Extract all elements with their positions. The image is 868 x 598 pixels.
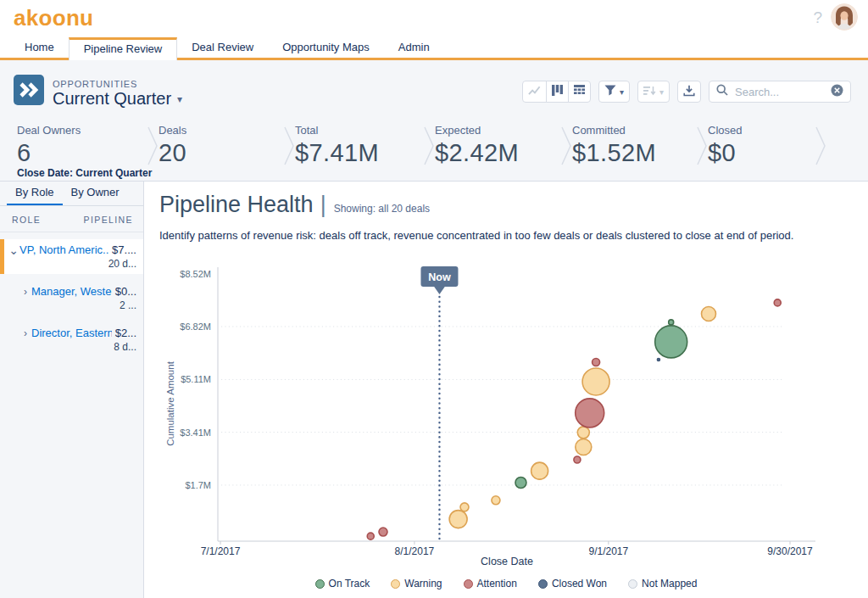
sidebar-item-subtext: 8 d... — [0, 341, 136, 353]
deal-bubble[interactable] — [449, 511, 467, 528]
legend-item-not-mapped: Not Mapped — [628, 578, 697, 590]
table-icon — [574, 85, 585, 98]
legend-dot — [464, 579, 473, 589]
stat-label: Committed — [572, 124, 696, 137]
sidebar-items: ⌄VP, North Americ...$7....20 d...›Manage… — [0, 232, 143, 357]
sidebar-item-vp-north-americ[interactable]: ⌄VP, North Americ...$7....20 d... — [0, 239, 143, 274]
sidebar-item-label[interactable]: VP, North Americ... — [19, 243, 108, 256]
entity-label: OPPORTUNITIES — [53, 79, 137, 89]
sidebar-item-label[interactable]: Director, Eastern... — [31, 327, 112, 339]
column-chart-icon — [552, 85, 563, 98]
chevron-down-icon[interactable]: ⌄ — [8, 247, 19, 254]
chart-title-text: Pipeline Health — [159, 192, 314, 217]
deal-bubble[interactable] — [492, 496, 500, 505]
download-button[interactable] — [677, 81, 701, 103]
avatar-image — [831, 3, 858, 31]
sidebar-tab-by-role[interactable]: By Role — [7, 182, 63, 205]
record-title: Current Quarter — [53, 89, 171, 108]
sidebar-item-row: ›Director, Eastern...$2... — [0, 327, 136, 339]
sidebar-item-subtext: 20 d... — [4, 258, 136, 270]
page: akoonu ? HomePipeline ReviewDeal ReviewO… — [0, 0, 868, 598]
tab-opportunity-maps[interactable]: Opportunity Maps — [268, 37, 384, 58]
stat-label: Deals — [159, 124, 283, 137]
x-tick-label: 9/30/2017 — [767, 545, 813, 557]
tab-home[interactable]: Home — [10, 37, 69, 58]
search-icon — [716, 84, 728, 99]
y-tick-label: $3.41M — [180, 428, 211, 438]
deal-bubble[interactable] — [460, 503, 469, 511]
tab-admin[interactable]: Admin — [384, 37, 444, 58]
stat-label: Closed — [708, 124, 815, 137]
legend-label: Attention — [477, 578, 517, 590]
stat-closed: Closed$0 — [708, 124, 815, 167]
y-tick-label: $8.52M — [180, 269, 211, 279]
sort-button[interactable]: ▾ — [637, 81, 670, 103]
deal-bubble[interactable] — [577, 427, 589, 439]
nav-tabs: HomePipeline ReviewDeal ReviewOpportunit… — [0, 37, 868, 60]
search-input[interactable] — [733, 85, 826, 99]
chevron-down-icon: ▾ — [620, 87, 624, 97]
now-label: Now — [428, 271, 451, 283]
sidebar-item-label[interactable]: Manager, Wester... — [31, 285, 112, 298]
deal-bubble[interactable] — [655, 326, 687, 358]
header-band: OPPORTUNITIES Current Quarter▾ ▾▾ Deal O… — [0, 60, 868, 182]
deal-bubble[interactable] — [657, 359, 659, 361]
clear-search-icon[interactable] — [831, 84, 843, 100]
sidebar-item-director-eastern[interactable]: ›Director, Eastern...$2...8 d... — [0, 322, 143, 357]
search-box — [709, 81, 851, 103]
x-tick-label: 7/1/2017 — [201, 545, 241, 557]
x-tick-label: 9/1/2017 — [588, 545, 628, 557]
column-header-role: ROLE — [12, 215, 41, 225]
pipeline-health-chart: $8.52M$6.82M$5.11M$3.41M$1.7M7/1/20178/1… — [144, 246, 868, 598]
deal-bubble[interactable] — [531, 462, 548, 479]
sidebar-tab-by-owner[interactable]: By Owner — [63, 182, 128, 205]
chevron-divider — [815, 126, 826, 170]
filter-button[interactable]: ▾ — [598, 81, 630, 103]
sidebar-item-value: $7.... — [112, 243, 136, 256]
top-bar: akoonu ? — [0, 0, 868, 37]
record-title-dropdown[interactable]: Current Quarter▾ — [53, 89, 182, 109]
stat-deals: Deals20 — [159, 124, 283, 167]
stat-total: Total$7.41M — [295, 124, 423, 167]
column-chart-button[interactable] — [546, 81, 569, 103]
y-tick-label: $1.7M — [185, 480, 211, 490]
deal-bubble[interactable] — [774, 299, 781, 306]
sidebar-item-value: $0... — [115, 285, 136, 298]
line-chart-button[interactable] — [522, 81, 547, 103]
legend-item-closed-won: Closed Won — [538, 578, 607, 590]
stat-value: $1.52M — [572, 139, 696, 167]
legend-item-on-track: On Track — [315, 578, 370, 590]
x-axis-title: Close Date — [481, 556, 533, 567]
sidebar-item-manager-wester[interactable]: ›Manager, Wester...$0...2 ... — [0, 281, 143, 316]
toolbar: ▾▾ — [522, 81, 851, 103]
stat-label: Expected — [435, 124, 560, 137]
deal-bubble[interactable] — [576, 439, 592, 455]
y-tick-label: $6.82M — [180, 321, 211, 332]
download-icon — [683, 85, 695, 99]
tab-deal-review[interactable]: Deal Review — [177, 37, 268, 58]
tab-pipeline-review[interactable]: Pipeline Review — [69, 37, 178, 60]
deal-bubble[interactable] — [515, 478, 526, 489]
deal-bubble[interactable] — [669, 320, 674, 325]
deal-bubble[interactable] — [367, 533, 374, 539]
chevron-divider — [423, 126, 435, 170]
deal-bubble[interactable] — [574, 456, 581, 463]
filter-icon — [604, 85, 616, 98]
main-panel: Pipeline Health|Showing: all 20 deals Id… — [144, 182, 868, 598]
help-icon[interactable]: ? — [813, 8, 822, 27]
sort-icon — [643, 86, 656, 98]
chevron-right-icon[interactable]: › — [19, 286, 31, 298]
table-button[interactable] — [568, 81, 591, 103]
y-axis-title: Cumulative Amount — [165, 360, 175, 446]
deal-bubble[interactable] — [702, 307, 716, 321]
deal-bubble[interactable] — [593, 358, 600, 366]
stat-expected: Expected$2.42M — [435, 124, 560, 167]
sidebar-tabs: By RoleBy Owner — [0, 182, 143, 206]
legend-item-warning: Warning — [391, 578, 442, 590]
chevron-right-icon[interactable]: › — [19, 327, 31, 339]
deal-bubble[interactable] — [582, 368, 609, 395]
deal-bubble[interactable] — [379, 528, 387, 536]
sidebar-item-row: ⌄VP, North Americ...$7.... — [4, 243, 136, 256]
avatar[interactable] — [831, 3, 858, 31]
deal-bubble[interactable] — [576, 399, 604, 428]
